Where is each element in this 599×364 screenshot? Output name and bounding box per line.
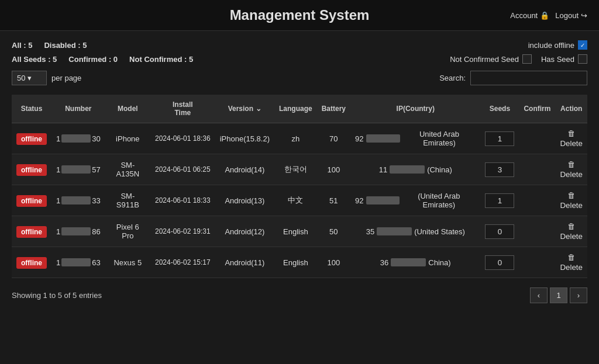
cell-version: Android(11) bbox=[215, 247, 274, 278]
col-language: Language bbox=[274, 95, 317, 123]
table-row: offline 1 33 SM-S911B 2024-06-01 18:33 A… bbox=[12, 185, 587, 216]
search-input[interactable] bbox=[470, 71, 587, 85]
seeds-input[interactable] bbox=[485, 193, 514, 208]
pagination-info: Showing 1 to 5 of 5 entries bbox=[12, 291, 102, 300]
number-prefix: 1 bbox=[56, 258, 60, 267]
cell-seeds bbox=[480, 154, 519, 185]
number-suffix: 33 bbox=[92, 196, 100, 205]
number-prefix: 1 bbox=[56, 165, 60, 174]
table-body: offline 1 30 iPhone 2024-06-01 18:36 iPh… bbox=[12, 123, 587, 278]
number-suffix: 63 bbox=[92, 258, 100, 267]
cell-model: SM-S911B bbox=[105, 185, 150, 216]
cell-confirm bbox=[519, 123, 555, 154]
delete-label: Delete bbox=[560, 201, 583, 210]
cell-status: offline bbox=[12, 154, 51, 185]
logout-link[interactable]: Logout ↪ bbox=[555, 11, 587, 20]
confirmed: Confirmed : 0 bbox=[68, 55, 118, 64]
seeds-input[interactable] bbox=[485, 224, 514, 239]
lock-icon: 🔒 bbox=[540, 11, 549, 20]
ip-country: (United States) bbox=[414, 227, 465, 236]
col-status: Status bbox=[12, 95, 51, 123]
cell-confirm bbox=[519, 216, 555, 247]
trash-icon: 🗑 bbox=[567, 160, 575, 169]
seeds-input[interactable] bbox=[485, 255, 514, 270]
has-seed-checkbox[interactable] bbox=[578, 54, 587, 64]
cell-seeds bbox=[480, 185, 519, 216]
col-install-time: InstallTime bbox=[150, 95, 215, 123]
chevron-down-icon: ▾ bbox=[27, 74, 32, 82]
filters-left: All : 5 Disabled : 5 bbox=[12, 41, 87, 50]
delete-button[interactable]: 🗑 Delete bbox=[560, 160, 583, 179]
cell-battery: 100 bbox=[317, 154, 350, 185]
cell-ip: 36 China) bbox=[350, 247, 480, 278]
seeds-row: All Seeds : 5 Confirmed : 0 Not Confirme… bbox=[12, 54, 587, 64]
cell-confirm bbox=[519, 185, 555, 216]
ip-blur bbox=[366, 134, 401, 143]
include-offline-checkbox[interactable] bbox=[578, 40, 587, 50]
ip-prefix: 11 bbox=[379, 165, 387, 174]
page-title: Management System bbox=[230, 7, 370, 23]
cell-language: 中文 bbox=[274, 185, 317, 216]
ip-blur bbox=[366, 196, 400, 204]
header: Management System Account 🔒 Logout ↪ bbox=[0, 0, 599, 31]
cell-model: Pixel 6 Pro bbox=[105, 216, 150, 247]
ip-country: China) bbox=[428, 258, 450, 267]
status-badge: offline bbox=[16, 195, 47, 207]
status-badge: offline bbox=[16, 133, 47, 145]
include-offline-label: include offline bbox=[528, 41, 574, 50]
cell-ip: 11 (China) bbox=[350, 154, 480, 185]
cell-model: Nexus 5 bbox=[105, 247, 150, 278]
prev-page-button[interactable]: ‹ bbox=[530, 287, 548, 303]
delete-label: Delete bbox=[560, 139, 583, 148]
pagination-row: Showing 1 to 5 of 5 entries ‹ 1 › bbox=[12, 287, 587, 303]
cell-confirm bbox=[519, 247, 555, 278]
pagination-controls: ‹ 1 › bbox=[530, 287, 587, 303]
status-badge: offline bbox=[16, 164, 47, 176]
delete-button[interactable]: 🗑 Delete bbox=[560, 129, 583, 148]
sort-icon[interactable]: ⌄ bbox=[256, 105, 261, 113]
cell-install-time: 2024-06-01 06:25 bbox=[150, 154, 215, 185]
number-blur bbox=[61, 134, 91, 143]
delete-label: Delete bbox=[560, 263, 583, 272]
col-confirm: Confirm bbox=[519, 95, 555, 123]
not-confirmed-seed-checkbox[interactable] bbox=[522, 54, 532, 64]
seeds-input[interactable] bbox=[485, 162, 514, 177]
per-page-select[interactable]: 50 ▾ bbox=[12, 71, 47, 85]
cell-action: 🗑 Delete bbox=[555, 123, 587, 154]
col-seeds: Seeds bbox=[480, 95, 519, 123]
not-confirmed: Not Confirmed : 5 bbox=[129, 55, 193, 64]
trash-icon: 🗑 bbox=[567, 129, 575, 138]
trash-icon: 🗑 bbox=[567, 191, 575, 200]
cell-version: Android(14) bbox=[215, 154, 274, 185]
col-number: Number bbox=[51, 95, 105, 123]
delete-label: Delete bbox=[560, 232, 583, 241]
cell-seeds bbox=[480, 216, 519, 247]
delete-button[interactable]: 🗑 Delete bbox=[560, 191, 583, 210]
filters-right: include offline bbox=[528, 40, 587, 50]
number-blur bbox=[61, 196, 91, 204]
ip-prefix: 92 bbox=[355, 196, 363, 205]
cell-battery: 70 bbox=[317, 123, 350, 154]
ip-country: United Arab Emirates) bbox=[402, 130, 476, 147]
page-1-button[interactable]: 1 bbox=[550, 287, 567, 303]
cell-version: iPhone(15.8.2) bbox=[215, 123, 274, 154]
ip-blur bbox=[390, 165, 425, 174]
all-seeds: All Seeds : 5 bbox=[12, 55, 57, 64]
logout-icon: ↪ bbox=[581, 11, 587, 20]
cell-version: Android(12) bbox=[215, 216, 274, 247]
per-page-left: 50 ▾ per page bbox=[12, 71, 81, 85]
cell-action: 🗑 Delete bbox=[555, 154, 587, 185]
cell-battery: 51 bbox=[317, 185, 350, 216]
number-blur bbox=[61, 165, 91, 174]
account-link[interactable]: Account 🔒 bbox=[510, 11, 549, 20]
cell-ip: 92 (United Arab Emirates) bbox=[350, 185, 480, 216]
cell-language: 한국어 bbox=[274, 154, 317, 185]
next-page-button[interactable]: › bbox=[570, 287, 587, 303]
per-page-label: per page bbox=[51, 74, 81, 82]
status-badge: offline bbox=[16, 226, 47, 238]
cell-status: offline bbox=[12, 185, 51, 216]
delete-button[interactable]: 🗑 Delete bbox=[560, 253, 583, 272]
seeds-input[interactable] bbox=[485, 131, 514, 146]
has-seed-filter: Has Seed bbox=[541, 54, 587, 64]
delete-button[interactable]: 🗑 Delete bbox=[560, 222, 583, 241]
